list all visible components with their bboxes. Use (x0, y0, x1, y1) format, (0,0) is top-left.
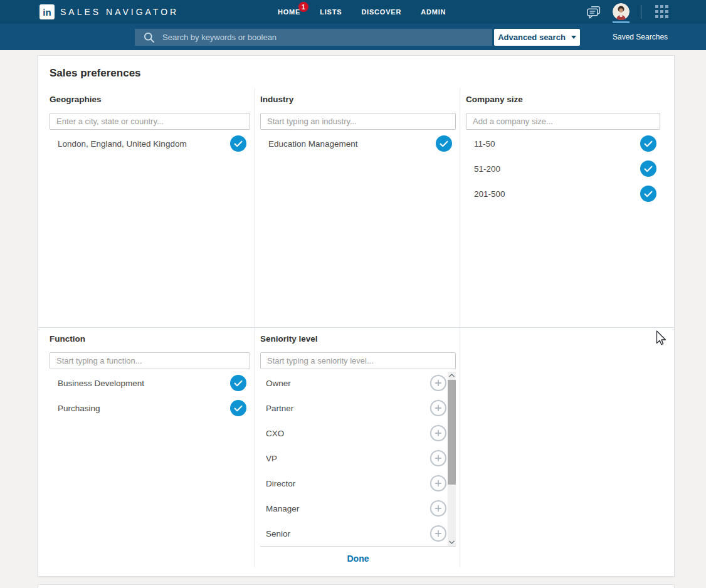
company-size-label: Company size (466, 95, 660, 105)
primary-nav: HOME 1 LISTS DISCOVER ADMIN (278, 0, 446, 24)
add-circle-icon[interactable] (430, 400, 446, 416)
seniority-label: Seniority level (260, 334, 456, 344)
list-item: Education Management (260, 131, 456, 156)
linkedin-logo-text: in (43, 7, 51, 18)
list-item: Senior (260, 521, 456, 546)
seniority-done-row: Done (260, 546, 456, 564)
panel-seniority: Seniority level Owner Partner CXO (255, 328, 460, 567)
list-item: CXO (260, 421, 456, 446)
search-icon (144, 32, 155, 43)
list-item: Manager (260, 496, 456, 521)
check-circle-icon[interactable] (640, 135, 656, 152)
preferences-row-bottom: Function Business Development Purchasing (38, 328, 674, 567)
nav-item-discover[interactable]: DISCOVER (361, 8, 401, 16)
list-item: Director (260, 471, 456, 496)
geographies-label: Geographies (50, 95, 250, 105)
topbar-divider (641, 5, 641, 19)
nav-item-lists[interactable]: LISTS (320, 8, 342, 16)
add-circle-icon[interactable] (430, 450, 446, 466)
scroll-down-icon[interactable] (448, 538, 456, 546)
check-circle-icon[interactable] (640, 186, 656, 202)
add-circle-icon[interactable] (430, 500, 446, 517)
company-size-input[interactable] (466, 113, 660, 130)
function-input[interactable] (50, 352, 250, 369)
preferences-row-top: Geographies London, England, United King… (38, 88, 674, 328)
list-item: 11-50 (466, 131, 660, 156)
scrollbar-thumb[interactable] (448, 380, 456, 485)
nav-item-home[interactable]: HOME 1 (278, 8, 300, 16)
seniority-input[interactable] (260, 352, 456, 369)
panel-empty (460, 328, 674, 567)
check-circle-icon[interactable] (436, 135, 452, 152)
advanced-search-button[interactable]: Advanced search (494, 29, 580, 46)
seniority-options-list: Owner Partner CXO (260, 370, 456, 546)
list-item: 201-500 (466, 181, 660, 206)
apps-grid-icon[interactable] (655, 5, 668, 18)
function-selected-list: Business Development Purchasing (50, 370, 250, 421)
keyword-search-field[interactable] (135, 29, 492, 46)
panel-function: Function Business Development Purchasing (38, 328, 255, 567)
notification-badge: 1 (298, 2, 308, 12)
panel-geographies: Geographies London, England, United King… (38, 88, 255, 328)
list-item: Purchasing (50, 396, 250, 421)
check-circle-icon[interactable] (230, 400, 246, 416)
geographies-selected-list: London, England, United Kingdom (50, 131, 250, 156)
check-circle-icon[interactable] (230, 135, 246, 152)
page-title: Sales preferences (50, 67, 141, 80)
nav-item-admin[interactable]: ADMIN (421, 8, 446, 16)
industry-selected-list: Education Management (260, 131, 456, 156)
panel-company-size: Company size 11-50 51-200 201-500 (460, 88, 674, 328)
seniority-scrollbar[interactable] (448, 372, 456, 546)
list-item: Owner (260, 370, 456, 396)
saved-searches-link[interactable]: Saved Searches (613, 24, 668, 50)
top-navigation-bar: in SALES NAVIGATOR HOME 1 LISTS DISCOVER… (0, 0, 706, 24)
add-circle-icon[interactable] (430, 375, 446, 391)
next-section-card (38, 584, 675, 588)
search-bar: Advanced search Saved Searches (0, 24, 706, 50)
chevron-down-icon (571, 36, 576, 39)
add-circle-icon[interactable] (430, 425, 446, 441)
scroll-up-icon[interactable] (448, 372, 456, 379)
list-item: Business Development (50, 370, 250, 396)
geographies-input[interactable] (50, 113, 250, 130)
check-circle-icon[interactable] (230, 375, 246, 391)
done-button[interactable]: Done (347, 554, 369, 564)
list-item: 51-200 (466, 156, 660, 181)
messaging-icon[interactable] (586, 5, 601, 19)
user-avatar[interactable] (613, 3, 630, 20)
add-circle-icon[interactable] (430, 525, 446, 542)
check-circle-icon[interactable] (640, 160, 656, 177)
industry-label: Industry (260, 95, 456, 105)
search-input[interactable] (155, 29, 492, 46)
company-size-selected-list: 11-50 51-200 201-500 (466, 131, 660, 206)
list-item: London, England, United Kingdom (50, 131, 250, 156)
list-item: Partner (260, 396, 456, 421)
industry-input[interactable] (260, 113, 456, 130)
list-item: VP (260, 446, 456, 471)
sales-preferences-card: Sales preferences Geographies London, En… (38, 55, 675, 577)
add-circle-icon[interactable] (430, 475, 446, 491)
avatar-active-indicator (613, 21, 630, 23)
app-title: SALES NAVIGATOR (60, 7, 179, 17)
function-label: Function (50, 334, 250, 344)
panel-industry: Industry Education Management (255, 88, 460, 328)
linkedin-logo[interactable]: in (40, 4, 55, 19)
